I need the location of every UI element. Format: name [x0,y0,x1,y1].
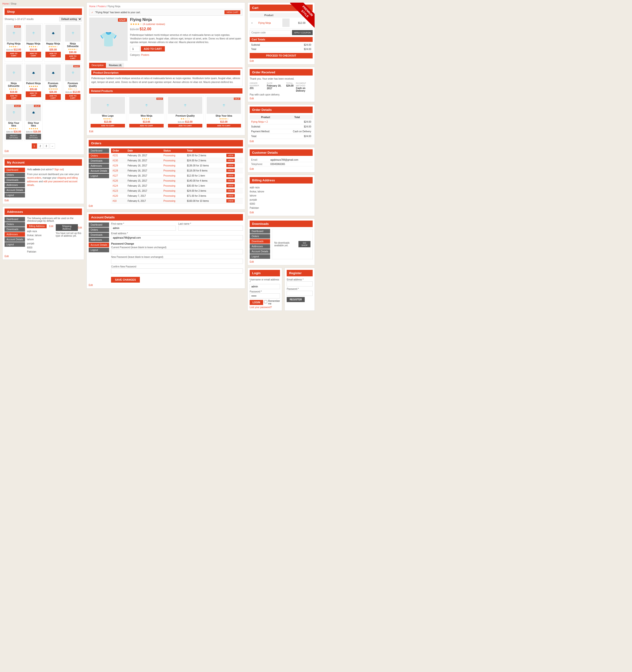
add-to-cart-button-6[interactable]: ADD TO CART [45,94,61,100]
orders-nav-dashboard[interactable]: Dashboard [89,148,109,153]
billing-address-edit-link[interactable]: Edit [250,211,313,214]
checkout-button[interactable]: PROCEED TO CHECKOUT [250,53,313,58]
first-name-input[interactable] [111,225,176,231]
order-id-8[interactable]: #120 [112,195,118,197]
add-to-cart-button-7[interactable]: ADD TO CART [65,94,80,100]
go-shop-button[interactable]: GO SHOP [299,241,310,247]
order-id-3[interactable]: #128 [112,169,118,172]
tab-reviews[interactable]: Reviews (4) [106,63,124,68]
remember-checkbox[interactable] [264,300,267,303]
addr-nav-dashboard[interactable]: Dashboard [5,217,25,221]
orders-nav-orders[interactable]: Orders [89,153,109,158]
new-password-input[interactable] [111,259,243,264]
register-email-input[interactable] [287,281,313,286]
order-id-5[interactable]: #126 [112,179,118,182]
add-to-cart-button-3[interactable]: ADD TO CART [65,54,80,60]
register-button[interactable]: REGISTER [287,297,305,302]
acct-nav-account-details[interactable]: Account Details [89,243,109,247]
billing-address-button[interactable]: Billing Address [27,224,47,228]
related-add-cart-1[interactable]: ADD TO CART [129,124,163,127]
order-id-0[interactable]: #131 [112,154,118,157]
my-account-edit-link[interactable]: Edit [5,199,82,202]
confirm-password-input[interactable] [111,268,243,273]
apply-coupon-button[interactable]: APPLY COUPON [292,30,313,35]
save-changes-button[interactable]: SAVE CHANGES [111,277,140,283]
sort-select[interactable]: Default sorting [59,17,82,21]
addr-nav-account-details[interactable]: Account Details [5,237,25,242]
coupon-input[interactable] [250,30,291,35]
acct-nav-logout[interactable]: Logout [89,248,109,252]
tab-description[interactable]: Description [89,63,106,68]
dl-nav-dashboard[interactable]: Dashboard [250,229,270,234]
nav-logout[interactable]: Logout [5,193,25,197]
shop-edit-link[interactable]: Edit [5,150,82,152]
add-to-cart-button-4[interactable]: ADD TO CART [6,94,21,100]
addr-nav-addresses[interactable]: Addresses [5,232,25,237]
last-name-input[interactable] [178,225,243,231]
page-2[interactable]: 2 [38,143,43,149]
email-input[interactable] [111,235,243,240]
nav-account-details[interactable]: Account Details [5,188,25,192]
order-detail-product-0[interactable]: Flying Ninja × 2 [251,120,268,123]
account-details-edit-link[interactable]: Edit [89,284,243,286]
add-to-cart-button-5[interactable]: ADD TO CART [26,91,41,97]
addr-nav-logout[interactable]: Logout [5,242,25,247]
dl-nav-logout[interactable]: Logout [250,254,270,259]
product-detail-edit-link[interactable]: Edit [89,130,243,133]
order-id-7[interactable]: #123 [112,190,118,192]
breadcrumb-parent-link[interactable]: Posters [98,5,106,8]
dl-nav-account-details[interactable]: Account Details [250,249,270,254]
acct-nav-orders[interactable]: Orders [89,227,109,232]
shipping-edit-link[interactable]: Edit [78,226,82,229]
downloads-edit-link[interactable]: Edit [250,261,313,263]
add-to-cart-button-1[interactable]: ADD TO CART [26,52,41,57]
dl-nav-addresses[interactable]: Addresses [250,244,270,249]
orders-nav-account-details[interactable]: Account Details [89,169,109,173]
recent-orders-link[interactable]: recent orders [27,176,41,179]
order-id-4[interactable]: #127 [112,174,118,177]
page-3[interactable]: 3 [44,143,49,149]
acct-nav-addresses[interactable]: Addresses [89,238,109,242]
select-options-button-8[interactable]: SELECT OPTIONS [6,134,21,140]
nav-addresses[interactable]: Addresses [5,183,25,187]
order-view-3[interactable]: VIEW [226,169,235,172]
order-view-8[interactable]: VIEW [226,194,235,197]
order-id-2[interactable]: #129 [112,164,118,167]
billing-edit-link[interactable]: Edit [49,225,53,227]
order-view-7[interactable]: VIEW [226,189,235,192]
order-view-6[interactable]: VIEW [226,184,235,187]
order-id-6[interactable]: #124 [112,185,118,187]
lost-password-link[interactable]: Lost your password? [250,306,272,309]
related-add-cart-0[interactable]: ADD TO CART [91,124,125,127]
order-view-4[interactable]: VIEW [226,174,235,177]
order-view-1[interactable]: VIEW [226,159,235,162]
breadcrumb-home-link-2[interactable]: Home [89,5,96,8]
dl-nav-orders[interactable]: Orders [250,234,270,239]
cart-product-name-0[interactable]: Flying Ninja [258,22,271,24]
add-to-cart-main-button[interactable]: ADD TO CART [141,46,165,51]
register-password-input[interactable] [287,291,313,296]
order-id-1[interactable]: #130 [112,159,118,162]
related-add-cart-3[interactable]: ADD TO CART [207,124,241,127]
page-1[interactable]: 1 [32,143,37,149]
orders-edit-link[interactable]: Edit [89,205,243,207]
customer-details-edit-link[interactable]: Edit [250,168,313,170]
quantity-input[interactable] [130,46,140,52]
related-add-cart-2[interactable]: ADD TO CART [168,124,202,127]
shipping-address-button[interactable]: Shipping Address [56,224,78,231]
breadcrumb-home-link[interactable]: Home [2,2,9,5]
add-to-cart-button-0[interactable]: ADD TO CART [6,52,21,57]
cart-edit-link[interactable]: Edit [250,59,313,62]
current-password-input[interactable] [111,249,243,254]
category-link[interactable]: Posters [141,54,149,56]
nav-downloads[interactable]: Downloads [5,178,25,182]
review-link[interactable]: (4 customer reviews) [143,23,165,25]
addresses-edit-link[interactable]: Edit [5,255,82,258]
order-received-edit-link[interactable]: Edit [250,97,313,100]
select-options-button-9[interactable]: SELECT OPTIONS [26,134,41,140]
login-password-input[interactable] [250,293,280,298]
add-to-cart-button-2[interactable]: ADD TO CART [45,52,61,57]
order-details-edit-link[interactable]: Edit [250,140,313,143]
acct-nav-dashboard[interactable]: Dashboard [89,222,109,227]
order-view-2[interactable]: VIEW [226,164,235,167]
